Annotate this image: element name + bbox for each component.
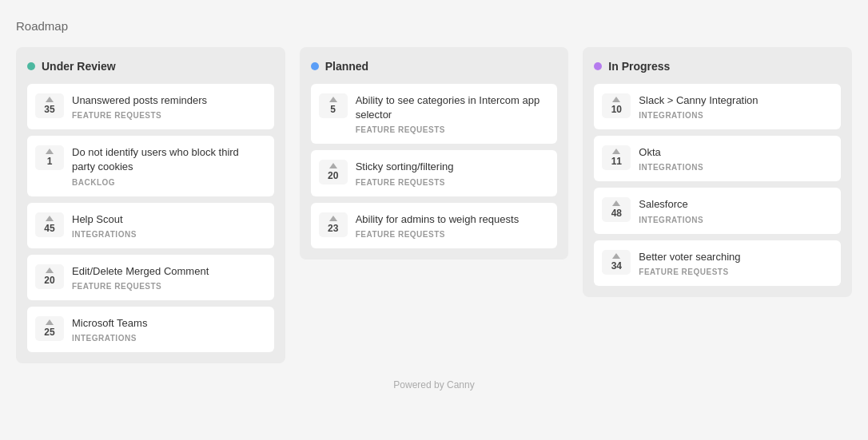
card-tag: BACKLOG [72, 178, 265, 187]
card-content: SalesforceINTEGRATIONS [639, 197, 831, 224]
card[interactable]: 20Sticky sorting/filteringFEATURE REQUES… [311, 150, 558, 196]
vote-count: 20 [44, 275, 54, 285]
upvote-arrow-icon [329, 97, 337, 102]
card-content: Ability to see categories in Intercom ap… [356, 93, 548, 134]
page-title: Roadmap [16, 19, 852, 33]
vote-box[interactable]: 5 [319, 93, 348, 118]
vote-count: 48 [611, 208, 622, 218]
vote-box[interactable]: 20 [35, 264, 64, 289]
vote-count: 10 [611, 105, 622, 114]
column-title-planned: Planned [325, 60, 368, 73]
card-tag: FEATURE REQUESTS [72, 111, 265, 120]
card-content: Edit/Delete Merged CommentFEATURE REQUES… [72, 264, 265, 291]
card[interactable]: 45Help ScoutINTEGRATIONS [27, 203, 274, 248]
card[interactable]: 35Unanswered posts remindersFEATURE REQU… [27, 84, 274, 129]
card-tag: FEATURE REQUESTS [356, 125, 548, 134]
card[interactable]: 1Do not identify users who block third p… [27, 136, 274, 196]
card-title: Sticky sorting/filtering [356, 160, 548, 174]
card-title: Microsoft Teams [72, 316, 265, 331]
vote-box[interactable]: 10 [602, 93, 631, 118]
card-tag: INTEGRATIONS [639, 111, 831, 120]
vote-count: 11 [611, 157, 622, 166]
card-tag: FEATURE REQUESTS [356, 230, 548, 239]
vote-box[interactable]: 20 [319, 160, 348, 184]
upvote-arrow-icon [46, 268, 54, 273]
vote-count: 25 [44, 327, 54, 337]
card-content: Unanswered posts remindersFEATURE REQUES… [72, 93, 265, 120]
card[interactable]: 34Better voter searchingFEATURE REQUESTS [594, 240, 841, 286]
card[interactable]: 48SalesforceINTEGRATIONS [594, 188, 841, 233]
vote-count: 34 [611, 261, 622, 271]
card[interactable]: 5Ability to see categories in Intercom a… [311, 84, 558, 144]
upvote-arrow-icon [46, 149, 54, 154]
card-tag: FEATURE REQUESTS [72, 282, 265, 291]
vote-count: 5 [330, 105, 336, 114]
card-title: Okta [639, 145, 831, 160]
card-content: Help ScoutINTEGRATIONS [72, 212, 265, 239]
vote-box[interactable]: 35 [35, 93, 64, 118]
upvote-arrow-icon [46, 216, 54, 221]
vote-box[interactable]: 45 [35, 212, 64, 237]
column-under-review: Under Review35Unanswered posts reminders… [16, 47, 285, 363]
card-tag: FEATURE REQUESTS [356, 178, 548, 187]
upvote-arrow-icon [46, 319, 54, 325]
card[interactable]: 20Edit/Delete Merged CommentFEATURE REQU… [27, 255, 274, 300]
upvote-arrow-icon [612, 253, 620, 259]
column-header-in-progress: In Progress [594, 60, 841, 73]
page-wrapper: Roadmap Under Review35Unanswered posts r… [16, 19, 852, 390]
vote-count: 23 [328, 224, 338, 233]
vote-box[interactable]: 25 [35, 316, 64, 341]
card-content: Better voter searchingFEATURE REQUESTS [639, 250, 831, 276]
card-tag: INTEGRATIONS [72, 230, 265, 239]
card[interactable]: 25Microsoft TeamsINTEGRATIONS [27, 307, 274, 352]
columns-container: Under Review35Unanswered posts reminders… [16, 47, 852, 363]
vote-box[interactable]: 23 [319, 212, 348, 237]
card-title: Ability to see categories in Intercom ap… [356, 93, 548, 122]
upvote-arrow-icon [612, 200, 620, 206]
card-title: Edit/Delete Merged Comment [72, 264, 265, 279]
vote-box[interactable]: 34 [602, 250, 631, 275]
vote-count: 45 [44, 224, 54, 233]
column-header-under-review: Under Review [27, 60, 274, 73]
card[interactable]: 11OktaINTEGRATIONS [594, 136, 841, 181]
vote-box[interactable]: 1 [35, 145, 64, 170]
vote-count: 35 [44, 105, 54, 114]
card-tag: INTEGRATIONS [639, 216, 831, 224]
card-title: Unanswered posts reminders [72, 93, 265, 108]
vote-box[interactable]: 48 [602, 197, 631, 222]
column-in-progress: In Progress10Slack > Canny IntegrationIN… [583, 47, 852, 297]
card-title: Help Scout [72, 212, 265, 227]
card[interactable]: 10Slack > Canny IntegrationINTEGRATIONS [594, 84, 841, 129]
vote-count: 1 [47, 157, 53, 166]
upvote-arrow-icon [329, 163, 337, 168]
card[interactable]: 23Ability for admins to weigh requestsFE… [311, 203, 558, 248]
column-dot-planned [311, 62, 319, 70]
vote-count: 20 [328, 171, 338, 180]
card-title: Ability for admins to weigh requests [356, 212, 548, 227]
upvote-arrow-icon [46, 97, 54, 102]
column-dot-under-review [27, 62, 35, 70]
card-title: Better voter searching [639, 250, 831, 264]
card-title: Salesforce [639, 197, 831, 212]
upvote-arrow-icon [329, 216, 337, 221]
column-dot-in-progress [594, 62, 602, 70]
card-tag: INTEGRATIONS [72, 334, 265, 343]
card-content: Slack > Canny IntegrationINTEGRATIONS [639, 93, 831, 120]
vote-box[interactable]: 11 [602, 145, 631, 170]
card-content: Sticky sorting/filteringFEATURE REQUESTS [356, 160, 548, 186]
upvote-arrow-icon [612, 97, 620, 102]
column-header-planned: Planned [311, 60, 558, 73]
card-content: Do not identify users who block third pa… [72, 145, 265, 186]
upvote-arrow-icon [612, 149, 620, 154]
card-title: Slack > Canny Integration [639, 93, 831, 108]
column-title-under-review: Under Review [42, 60, 116, 73]
card-content: Ability for admins to weigh requestsFEAT… [356, 212, 548, 239]
card-title: Do not identify users who block third pa… [72, 145, 265, 174]
column-planned: Planned5Ability to see categories in Int… [300, 47, 569, 260]
card-tag: INTEGRATIONS [639, 163, 831, 172]
card-content: OktaINTEGRATIONS [639, 145, 831, 172]
card-content: Microsoft TeamsINTEGRATIONS [72, 316, 265, 343]
column-title-in-progress: In Progress [608, 60, 670, 73]
card-tag: FEATURE REQUESTS [639, 268, 831, 276]
footer: Powered by Canny [16, 379, 852, 390]
